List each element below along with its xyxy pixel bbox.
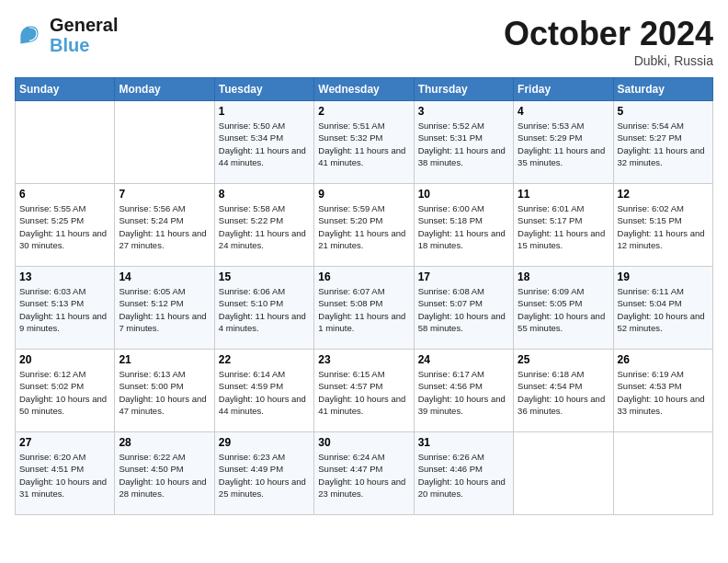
weekday-header: Wednesday: [314, 78, 414, 101]
location: Dubki, Russia: [504, 53, 713, 68]
day-number: 12: [618, 188, 709, 201]
calendar-cell: 31Sunrise: 6:26 AM Sunset: 4:46 PM Dayli…: [414, 432, 513, 515]
day-info: Sunrise: 5:50 AM Sunset: 5:34 PM Dayligh…: [219, 120, 310, 168]
day-number: 22: [219, 353, 310, 366]
day-info: Sunrise: 6:14 AM Sunset: 4:59 PM Dayligh…: [219, 368, 310, 417]
calendar-cell: 11Sunrise: 6:01 AM Sunset: 5:17 PM Dayli…: [514, 184, 613, 267]
day-info: Sunrise: 6:02 AM Sunset: 5:15 PM Dayligh…: [618, 202, 709, 251]
day-number: 23: [318, 353, 409, 366]
calendar-cell: 22Sunrise: 6:14 AM Sunset: 4:59 PM Dayli…: [214, 350, 313, 432]
calendar-cell: 28Sunrise: 6:22 AM Sunset: 4:50 PM Dayli…: [115, 432, 214, 515]
calendar-cell: [514, 432, 613, 515]
day-info: Sunrise: 6:20 AM Sunset: 4:51 PM Dayligh…: [19, 451, 110, 500]
day-info: Sunrise: 5:54 AM Sunset: 5:27 PM Dayligh…: [618, 120, 709, 168]
day-info: Sunrise: 6:09 AM Sunset: 5:05 PM Dayligh…: [518, 285, 609, 334]
calendar-cell: 1Sunrise: 5:50 AM Sunset: 5:34 PM Daylig…: [214, 101, 313, 184]
logo-icon: [15, 20, 44, 50]
calendar-cell: 15Sunrise: 6:06 AM Sunset: 5:10 PM Dayli…: [214, 267, 313, 350]
day-info: Sunrise: 6:24 AM Sunset: 4:47 PM Dayligh…: [318, 451, 409, 500]
calendar-week-row: 13Sunrise: 6:03 AM Sunset: 5:13 PM Dayli…: [16, 267, 713, 350]
day-info: Sunrise: 6:26 AM Sunset: 4:46 PM Dayligh…: [418, 451, 509, 500]
calendar-cell: 29Sunrise: 6:23 AM Sunset: 4:49 PM Dayli…: [214, 432, 313, 515]
calendar-week-row: 1Sunrise: 5:50 AM Sunset: 5:34 PM Daylig…: [16, 101, 713, 184]
day-info: Sunrise: 6:18 AM Sunset: 4:54 PM Dayligh…: [518, 368, 609, 417]
calendar-week-row: 27Sunrise: 6:20 AM Sunset: 4:51 PM Dayli…: [16, 432, 713, 515]
day-number: 27: [19, 436, 110, 449]
day-info: Sunrise: 6:03 AM Sunset: 5:13 PM Dayligh…: [19, 285, 110, 334]
day-number: 31: [418, 436, 509, 449]
calendar-cell: 14Sunrise: 6:05 AM Sunset: 5:12 PM Dayli…: [115, 267, 214, 350]
day-info: Sunrise: 6:15 AM Sunset: 4:57 PM Dayligh…: [318, 368, 409, 417]
day-info: Sunrise: 5:55 AM Sunset: 5:25 PM Dayligh…: [19, 202, 110, 251]
logo: General Blue: [15, 15, 118, 55]
calendar-cell: 26Sunrise: 6:19 AM Sunset: 4:53 PM Dayli…: [613, 350, 712, 432]
day-number: 16: [318, 270, 409, 283]
day-number: 17: [418, 270, 509, 283]
day-number: 2: [318, 105, 409, 118]
day-info: Sunrise: 6:07 AM Sunset: 5:08 PM Dayligh…: [318, 285, 409, 334]
day-number: 7: [119, 188, 210, 201]
day-number: 19: [618, 270, 709, 283]
calendar-cell: 21Sunrise: 6:13 AM Sunset: 5:00 PM Dayli…: [115, 350, 214, 432]
day-info: Sunrise: 6:01 AM Sunset: 5:17 PM Dayligh…: [518, 202, 609, 251]
day-number: 26: [618, 353, 709, 366]
weekday-header: Tuesday: [214, 78, 313, 101]
day-number: 29: [219, 436, 310, 449]
day-info: Sunrise: 5:53 AM Sunset: 5:29 PM Dayligh…: [518, 120, 609, 168]
day-info: Sunrise: 6:23 AM Sunset: 4:49 PM Dayligh…: [219, 451, 310, 500]
calendar-cell: 10Sunrise: 6:00 AM Sunset: 5:18 PM Dayli…: [414, 184, 513, 267]
day-number: 8: [219, 188, 310, 201]
calendar-cell: 25Sunrise: 6:18 AM Sunset: 4:54 PM Dayli…: [514, 350, 613, 432]
day-info: Sunrise: 5:51 AM Sunset: 5:32 PM Dayligh…: [318, 120, 409, 168]
day-number: 24: [418, 353, 509, 366]
day-number: 25: [518, 353, 609, 366]
day-number: 11: [518, 188, 609, 201]
calendar-week-row: 20Sunrise: 6:12 AM Sunset: 5:02 PM Dayli…: [16, 350, 713, 432]
day-number: 5: [618, 105, 709, 118]
day-info: Sunrise: 6:19 AM Sunset: 4:53 PM Dayligh…: [618, 368, 709, 417]
day-info: Sunrise: 6:17 AM Sunset: 4:56 PM Dayligh…: [418, 368, 509, 417]
weekday-header: Saturday: [613, 78, 712, 101]
calendar-cell: 13Sunrise: 6:03 AM Sunset: 5:13 PM Dayli…: [16, 267, 115, 350]
day-number: 9: [318, 188, 409, 201]
calendar-week-row: 6Sunrise: 5:55 AM Sunset: 5:25 PM Daylig…: [16, 184, 713, 267]
calendar-cell: 6Sunrise: 5:55 AM Sunset: 5:25 PM Daylig…: [16, 184, 115, 267]
weekday-header: Friday: [514, 78, 613, 101]
calendar-cell: 19Sunrise: 6:11 AM Sunset: 5:04 PM Dayli…: [613, 267, 712, 350]
day-number: 1: [219, 105, 310, 118]
day-info: Sunrise: 6:12 AM Sunset: 5:02 PM Dayligh…: [19, 368, 110, 417]
logo-text: General Blue: [50, 15, 118, 55]
day-info: Sunrise: 5:58 AM Sunset: 5:22 PM Dayligh…: [219, 202, 310, 251]
calendar-table: SundayMondayTuesdayWednesdayThursdayFrid…: [15, 77, 713, 515]
calendar-cell: 4Sunrise: 5:53 AM Sunset: 5:29 PM Daylig…: [514, 101, 613, 184]
calendar-cell: 12Sunrise: 6:02 AM Sunset: 5:15 PM Dayli…: [613, 184, 712, 267]
calendar-cell: 20Sunrise: 6:12 AM Sunset: 5:02 PM Dayli…: [16, 350, 115, 432]
calendar-cell: 5Sunrise: 5:54 AM Sunset: 5:27 PM Daylig…: [613, 101, 712, 184]
day-number: 4: [518, 105, 609, 118]
day-info: Sunrise: 6:08 AM Sunset: 5:07 PM Dayligh…: [418, 285, 509, 334]
month-title: October 2024: [504, 15, 713, 53]
weekday-row: SundayMondayTuesdayWednesdayThursdayFrid…: [16, 78, 713, 101]
calendar-cell: [115, 101, 214, 184]
calendar-cell: 16Sunrise: 6:07 AM Sunset: 5:08 PM Dayli…: [314, 267, 414, 350]
day-info: Sunrise: 6:11 AM Sunset: 5:04 PM Dayligh…: [618, 285, 709, 334]
weekday-header: Thursday: [414, 78, 513, 101]
day-info: Sunrise: 5:56 AM Sunset: 5:24 PM Dayligh…: [119, 202, 210, 251]
calendar-cell: 18Sunrise: 6:09 AM Sunset: 5:05 PM Dayli…: [514, 267, 613, 350]
day-info: Sunrise: 6:05 AM Sunset: 5:12 PM Dayligh…: [119, 285, 210, 334]
day-info: Sunrise: 6:00 AM Sunset: 5:18 PM Dayligh…: [418, 202, 509, 251]
weekday-header: Sunday: [16, 78, 115, 101]
calendar-cell: 23Sunrise: 6:15 AM Sunset: 4:57 PM Dayli…: [314, 350, 414, 432]
day-info: Sunrise: 5:59 AM Sunset: 5:20 PM Dayligh…: [318, 202, 409, 251]
day-number: 14: [119, 270, 210, 283]
calendar-cell: [16, 101, 115, 184]
day-number: 10: [418, 188, 509, 201]
day-number: 3: [418, 105, 509, 118]
calendar-cell: 9Sunrise: 5:59 AM Sunset: 5:20 PM Daylig…: [314, 184, 414, 267]
calendar-cell: 8Sunrise: 5:58 AM Sunset: 5:22 PM Daylig…: [214, 184, 313, 267]
calendar-cell: 24Sunrise: 6:17 AM Sunset: 4:56 PM Dayli…: [414, 350, 513, 432]
day-info: Sunrise: 5:52 AM Sunset: 5:31 PM Dayligh…: [418, 120, 509, 168]
calendar-cell: 17Sunrise: 6:08 AM Sunset: 5:07 PM Dayli…: [414, 267, 513, 350]
calendar-cell: 27Sunrise: 6:20 AM Sunset: 4:51 PM Dayli…: [16, 432, 115, 515]
day-info: Sunrise: 6:13 AM Sunset: 5:00 PM Dayligh…: [119, 368, 210, 417]
